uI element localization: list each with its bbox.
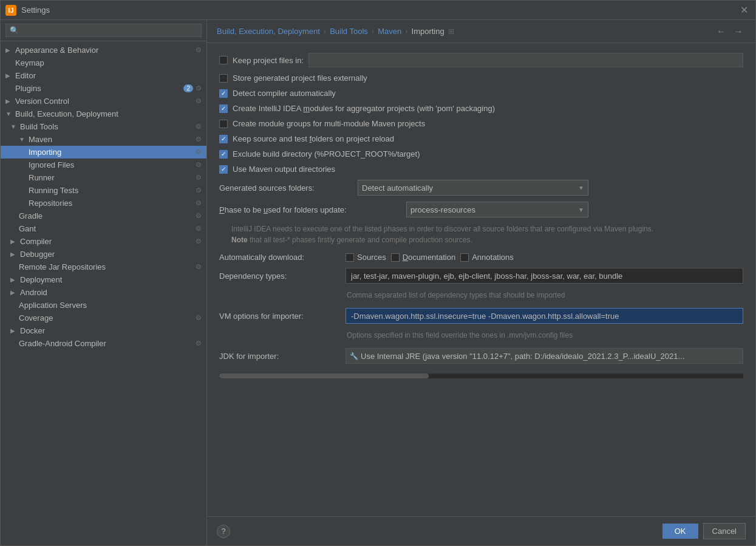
horizontal-scrollbar[interactable] [219,374,743,378]
keep-source-folders-checkbox[interactable] [219,135,228,143]
create-module-groups-checkbox[interactable] [219,120,228,128]
expand-arrow: ▶ [10,251,18,258]
sidebar-item-label: Version Control [15,97,193,106]
sidebar-item-android[interactable]: ▶ Android [1,286,206,299]
expand-arrow: ▼ [19,136,26,143]
settings-icon: ⚙ [196,199,202,207]
vm-options-input[interactable] [346,308,743,324]
sidebar-item-label: Gradle-Android Compiler [19,339,193,348]
jdk-importer-label: JDK for importer: [219,352,341,361]
sidebar-item-label: Deployment [20,275,202,284]
sidebar-item-label: Editor [15,71,202,80]
phase-dropdown[interactable]: process-resources ▼ [406,202,588,217]
sidebar-item-appearance[interactable]: ▶ Appearance & Behavior ⚙ [1,44,206,56]
settings-panel: Keep project files in: Store generated p… [207,43,755,516]
generated-sources-row: Generated sources folders: Detect automa… [219,180,743,196]
exclude-build-dir-label: Exclude build directory (%PROJECT_ROOT%/… [233,149,420,159]
store-generated-label: Store generated project files externally [233,73,367,83]
sidebar-item-importing[interactable]: Importing ⚙ [1,146,206,159]
breadcrumb-link-2[interactable]: Build Tools [330,27,368,36]
settings-icon: ⚙ [196,148,202,156]
jdk-importer-dropdown[interactable]: 🔧 Use Internal JRE (java version "11.0.1… [346,348,743,364]
breadcrumb-link-3[interactable]: Maven [378,27,401,36]
sidebar-item-coverage[interactable]: Coverage ⚙ [1,312,206,324]
expand-arrow: ▶ [5,47,13,53]
sidebar-item-editor[interactable]: ▶ Editor [1,69,206,82]
generated-sources-dropdown[interactable]: Detect automatically ▼ [358,180,588,196]
vm-options-row: VM options for importer: [219,308,743,324]
sidebar-item-label: Android [20,288,202,297]
jdk-importer-row: JDK for importer: 🔧 Use Internal JRE (ja… [219,348,743,364]
sidebar-item-label: Gradle [19,211,193,220]
annotations-item: Annotations [460,253,514,262]
phase-row: Phase to be used for folders update: pro… [219,202,743,217]
settings-window: IJ Settings ✕ ▶ Appearance & Behavior ⚙ … [0,0,756,546]
sidebar-item-keymap[interactable]: Keymap [1,56,206,69]
phase-info-text-2: that all test-* phases firstly generate … [250,236,472,244]
search-input[interactable] [5,24,202,37]
nav-back-button[interactable]: ← [714,25,729,38]
sidebar-item-gant[interactable]: Gant ⚙ [1,222,206,235]
sidebar-item-plugins[interactable]: Plugins 2 ⚙ [1,82,206,95]
sidebar-item-deployment[interactable]: ▶ Deployment [1,273,206,286]
settings-icon: ⚙ [196,212,202,220]
breadcrumb: Build, Execution, Deployment › Build Too… [207,20,755,43]
dependency-types-hint: Comma separated list of dependency types… [347,290,743,301]
sidebar-item-gradle[interactable]: Gradle ⚙ [1,210,206,222]
sidebar-item-label: Remote Jar Repositories [19,262,193,271]
sidebar-item-debugger[interactable]: ▶ Debugger [1,248,206,261]
store-generated-row: Store generated project files externally [219,73,743,83]
documentation-checkbox[interactable] [391,253,400,262]
exclude-build-dir-row: Exclude build directory (%PROJECT_ROOT%/… [219,149,743,159]
create-modules-checkbox[interactable] [219,104,228,113]
sidebar-item-version-control[interactable]: ▶ Version Control ⚙ [1,95,206,107]
settings-icon: ⚙ [196,174,202,182]
create-modules-row: Create IntelliJ IDEA modules for aggrega… [219,104,743,113]
generated-sources-label: Generated sources folders: [219,183,353,193]
sidebar-item-build-exec-deploy[interactable]: ▼ Build, Execution, Deployment [1,107,206,120]
sidebar-item-ignored-files[interactable]: Ignored Files ⚙ [1,159,206,171]
search-bar [1,20,206,41]
sidebar-item-label: Application Servers [19,301,202,310]
content-area: ▶ Appearance & Behavior ⚙ Keymap ▶ Edito… [1,20,755,545]
store-generated-checkbox[interactable] [219,74,228,83]
dependency-types-input[interactable] [346,268,743,284]
use-maven-output-checkbox[interactable] [219,165,228,174]
ok-button[interactable]: OK [662,524,698,539]
scrollbar-area [219,374,743,378]
sidebar-item-label: Compiler [20,237,193,246]
keep-project-files-input[interactable] [308,53,743,67]
sidebar-item-build-tools[interactable]: ▼ Build Tools ⚙ [1,120,206,133]
nav-forward-button[interactable]: → [731,25,746,38]
sidebar-item-runner[interactable]: Runner ⚙ [1,171,206,184]
help-button[interactable]: ? [217,525,230,538]
sidebar-item-maven[interactable]: ▼ Maven ⚙ [1,133,206,146]
sidebar-item-label: Appearance & Behavior [15,46,193,55]
expand-arrow: ▶ [10,276,18,283]
sidebar-item-running-tests[interactable]: Running Tests ⚙ [1,184,206,197]
sidebar-item-docker[interactable]: ▶ Docker [1,324,206,337]
scrollbar-thumb[interactable] [219,374,429,378]
sources-checkbox[interactable] [346,253,354,262]
keep-source-folders-label: Keep source and test folders on project … [233,134,394,143]
sidebar-tree: ▶ Appearance & Behavior ⚙ Keymap ▶ Edito… [1,41,206,545]
jdk-value: Use Internal JRE (java version "11.0.12+… [361,352,684,361]
sidebar-item-remote-jar[interactable]: Remote Jar Repositories ⚙ [1,261,206,273]
sidebar-item-compiler[interactable]: ▶ Compiler ⚙ [1,235,206,248]
breadcrumb-nav: ← → [714,25,746,38]
dropdown-value: process-resources [410,205,475,214]
breadcrumb-link-1[interactable]: Build, Execution, Deployment [217,27,320,36]
sidebar-item-app-servers[interactable]: Application Servers [1,299,206,312]
sidebar-item-label: Debugger [20,250,202,259]
window-title: Settings [21,5,738,15]
sidebar-item-gradle-android[interactable]: Gradle-Android Compiler ⚙ [1,337,206,350]
close-icon[interactable]: ✕ [738,4,751,16]
auto-download-row: Automatically download: Sources Document… [219,253,743,262]
detect-compiler-checkbox[interactable] [219,89,228,98]
use-maven-output-label: Use Maven output directories [233,165,335,174]
annotations-checkbox[interactable] [460,253,469,262]
keep-project-files-checkbox[interactable] [219,56,228,64]
sidebar-item-repositories[interactable]: Repositories ⚙ [1,197,206,210]
cancel-button[interactable]: Cancel [703,523,746,539]
exclude-build-dir-checkbox[interactable] [219,150,228,159]
